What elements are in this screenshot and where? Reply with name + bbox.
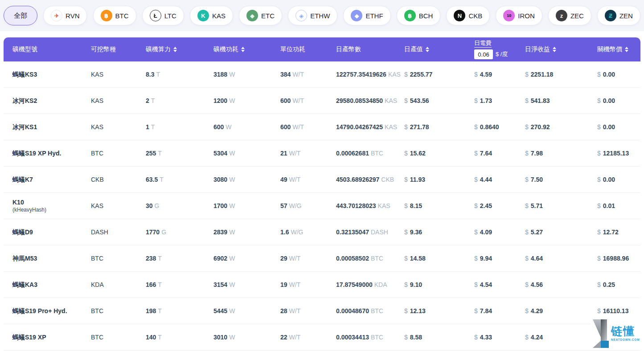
dollar-sign: $ xyxy=(525,334,529,341)
filter-chip-rvn[interactable]: ✈ RVN xyxy=(43,6,87,25)
daily-value-cell: $8.15 xyxy=(404,202,474,209)
filter-chip-iron[interactable]: 10 IRON xyxy=(496,6,542,25)
hashrate-cell: 1T xyxy=(146,123,213,131)
unit-power-cell: 1.6W/G xyxy=(280,229,336,236)
col-header-label: 可挖幣種 xyxy=(91,45,116,53)
daily-net-profit-cell: $4.64 xyxy=(525,255,597,262)
filter-chip-ethw[interactable]: ◈ ETHW xyxy=(288,6,337,25)
daily-value-cell: $9.36 xyxy=(404,229,474,236)
power-cell: 1200W xyxy=(213,97,280,104)
shutdown-price-cell: $0.00 xyxy=(597,97,640,104)
filter-chip-etc[interactable]: ◆ ETC xyxy=(239,6,282,25)
sort-icon[interactable] xyxy=(625,47,628,52)
watermark: 链懂 NEATDOWN.COM xyxy=(591,316,643,350)
watermark-brand: 链懂 xyxy=(611,325,635,337)
filter-chip-label: BTC xyxy=(115,12,129,20)
miner-model-name: 螞蟻KA3 xyxy=(12,281,91,289)
table-header-row: 礦機型號 可挖幣種 礦機算力 礦機功耗 單位功耗 日產幣數 日產值 日電費 xyxy=(4,37,640,61)
shutdown-price-cell: $16110.13 xyxy=(597,307,640,314)
unit-power-cell: 19W/T xyxy=(280,281,336,288)
electricity-price-input[interactable] xyxy=(474,49,493,59)
daily-coins-cell: 17.87549000KDA xyxy=(336,281,404,288)
col-header-daily-electricity: 日電費 $ /度 xyxy=(474,40,525,59)
daily-value-cell: $9.10 xyxy=(404,281,474,288)
daily-coins-cell: 4503.68926297CKB xyxy=(336,176,404,183)
daily-electricity-cell: $9.94 xyxy=(474,255,525,262)
filter-chip-label: CKB xyxy=(468,12,482,20)
coin-cell: BTC xyxy=(91,150,146,157)
table-row: 螞蟻S19 XP Hyd. BTC 255T 5304W 21W/T 0.000… xyxy=(4,140,640,167)
filter-chip-label: ETC xyxy=(261,12,275,20)
table-row: 冰河KS2 KAS 2T 1200W 600W/T 29580.08534850… xyxy=(4,88,640,114)
dollar-sign: $ xyxy=(404,202,408,209)
filter-chip-kas[interactable]: K KAS xyxy=(190,6,233,25)
electricity-price-unit: $ /度 xyxy=(496,51,508,58)
coin-cell: KAS xyxy=(91,123,146,131)
unit-power-cell: 384W/T xyxy=(280,71,336,78)
electricity-cost-label: 日電費 xyxy=(474,40,492,48)
unit-power-cell: 29W/T xyxy=(280,255,336,262)
daily-electricity-cell: $4.44 xyxy=(474,176,525,183)
miner-model-name: K10 xyxy=(12,198,91,206)
dollar-sign: $ xyxy=(474,176,478,183)
hashrate-cell: 30G xyxy=(146,202,213,209)
filter-chip-btc[interactable]: ฿ BTC xyxy=(93,6,136,25)
unit-power-cell: 21W/T xyxy=(280,150,336,157)
coin-filter-bar: 全部 ✈ RVN ฿ BTC Ł LTC K KAS ◆ ETC ◈ ETHW … xyxy=(0,0,644,31)
shutdown-price-cell: $12185.13 xyxy=(597,150,640,157)
unit-power-cell: 49W/T xyxy=(280,176,336,183)
dollar-sign: $ xyxy=(404,71,408,78)
daily-value-cell: $8.58 xyxy=(404,334,474,341)
daily-value-cell: $271.78 xyxy=(404,123,474,131)
power-cell: 5445W xyxy=(213,307,280,314)
filter-chip-zec[interactable]: z ZEC xyxy=(548,6,591,25)
filter-chip-ethf[interactable]: ◆ ETHF xyxy=(343,6,390,25)
daily-electricity-cell: $2.45 xyxy=(474,202,525,209)
sort-icon[interactable] xyxy=(241,47,245,52)
shutdown-price-cell: $0.00 xyxy=(597,123,640,131)
filter-chip-label: ZEC xyxy=(570,12,584,20)
shutdown-price-cell: $16988.96 xyxy=(597,255,640,262)
hashrate-cell: 166T xyxy=(146,281,213,288)
col-header-label: 關機幣價 xyxy=(597,45,622,53)
dollar-sign: $ xyxy=(525,281,529,288)
filter-chip-bch[interactable]: ฿ BCH xyxy=(397,6,441,25)
table-row: K10 (kHeavyHash) KAS 30G 1700W 57W/G 443… xyxy=(4,193,640,219)
neatdown-logo-icon xyxy=(592,318,609,349)
ethw-coin-icon: ◈ xyxy=(295,10,307,21)
col-header-daily-coins: 日產幣數 xyxy=(336,45,404,53)
dollar-sign: $ xyxy=(404,229,408,236)
daily-net-profit-cell: $7.50 xyxy=(525,176,597,183)
shutdown-price-cell: $0.00 xyxy=(597,176,640,183)
coin-cell: BTC xyxy=(91,334,146,341)
daily-net-profit-cell: $541.83 xyxy=(525,97,597,104)
col-header-hashrate: 礦機算力 xyxy=(146,45,213,53)
unit-power-cell: 28W/T xyxy=(280,307,336,314)
miner-model-name: 螞蟻KS3 xyxy=(12,70,91,78)
sort-icon[interactable] xyxy=(426,47,429,52)
daily-value-cell: $14.58 xyxy=(404,255,474,262)
filter-chip-label: RVN xyxy=(66,12,79,20)
dollar-sign: $ xyxy=(597,307,601,314)
filter-chip-ltc[interactable]: Ł LTC xyxy=(142,6,184,25)
shutdown-price-cell: $12.72 xyxy=(597,229,640,236)
power-cell: 1700W xyxy=(213,202,280,209)
filter-chip-全部[interactable]: 全部 xyxy=(4,6,37,25)
daily-electricity-cell: $4.33 xyxy=(474,334,525,341)
daily-electricity-cell: $0.8640 xyxy=(474,123,525,131)
sort-icon[interactable] xyxy=(553,47,556,52)
daily-value-cell: $15.62 xyxy=(404,150,474,157)
filter-chip-ckb[interactable]: N CKB xyxy=(446,6,490,25)
miner-model-cell: 螞蟻S19 Pro+ Hyd. xyxy=(4,307,91,315)
power-cell: 3188W xyxy=(213,71,280,78)
dollar-sign: $ xyxy=(525,307,529,314)
daily-net-profit-cell: $4.24 xyxy=(525,334,597,341)
sort-icon[interactable] xyxy=(173,47,177,52)
col-header-label: 礦機功耗 xyxy=(213,45,238,53)
dollar-sign: $ xyxy=(474,202,478,209)
col-header-miner-model: 礦機型號 xyxy=(4,45,91,53)
filter-chip-zen[interactable]: Ƶ ZEN xyxy=(597,6,640,25)
daily-value-cell: $12.13 xyxy=(404,307,474,314)
dollar-sign: $ xyxy=(404,281,408,288)
daily-net-profit-cell: $7.98 xyxy=(525,150,597,157)
